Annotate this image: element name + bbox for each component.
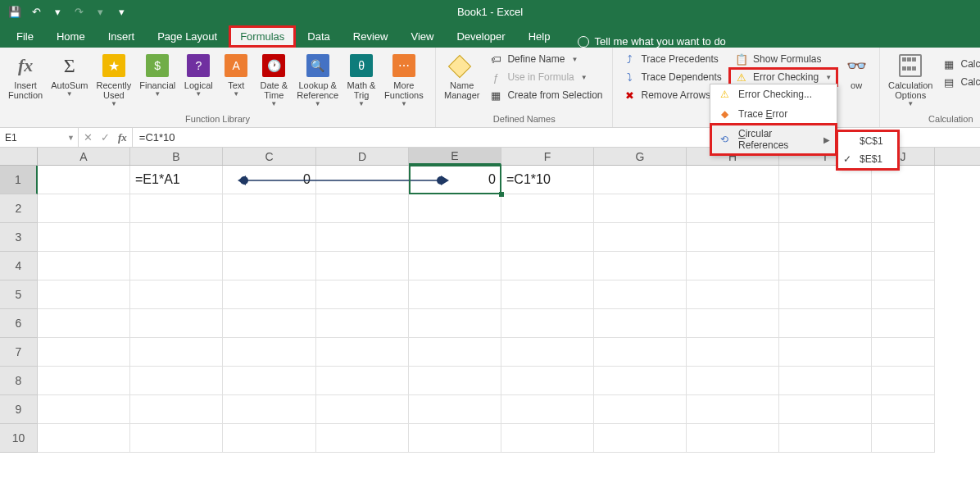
cell[interactable] (687, 424, 779, 453)
cell[interactable] (38, 338, 130, 367)
cell[interactable] (687, 338, 779, 367)
cell[interactable] (38, 223, 130, 252)
cell-a1[interactable] (38, 166, 130, 194)
qat-customize-icon[interactable]: ▾ (111, 2, 131, 21)
cell[interactable] (38, 280, 130, 309)
chevron-down-icon[interactable]: ▼ (67, 134, 75, 142)
cell[interactable] (501, 338, 594, 367)
cell[interactable] (501, 252, 594, 280)
cell[interactable] (409, 395, 501, 424)
cell[interactable] (223, 338, 316, 367)
col-header-g[interactable]: G (594, 148, 687, 165)
enter-icon[interactable]: ✓ (101, 131, 110, 144)
menu-error-checking[interactable]: ⚠ Error Checking... (710, 84, 837, 104)
cell[interactable] (316, 252, 409, 280)
cell[interactable] (594, 280, 687, 309)
cell[interactable] (223, 280, 316, 309)
save-icon[interactable]: 💾 (5, 2, 25, 21)
cell[interactable] (409, 424, 501, 453)
tab-developer[interactable]: Developer (445, 25, 516, 48)
cell[interactable] (872, 252, 935, 280)
cell-g1[interactable] (594, 166, 687, 194)
cell[interactable] (501, 395, 594, 424)
cell[interactable] (223, 309, 316, 338)
cell-h1[interactable] (687, 166, 779, 194)
cell[interactable] (687, 252, 779, 280)
row-header-1[interactable]: 1 (0, 166, 38, 194)
cell[interactable] (872, 280, 935, 309)
recently-used-button[interactable]: ★ Recently Used ▼ (93, 51, 134, 109)
cell[interactable] (316, 338, 409, 367)
col-header-e[interactable]: E (409, 148, 501, 165)
tab-formulas[interactable]: Formulas (229, 25, 296, 48)
cell[interactable] (130, 280, 223, 309)
cell[interactable] (316, 280, 409, 309)
logical-button[interactable]: ? Logical ▼ (180, 51, 216, 99)
col-header-a[interactable]: A (38, 148, 130, 165)
cell[interactable] (409, 223, 501, 252)
row-header-9[interactable]: 9 (0, 395, 38, 424)
cell[interactable] (130, 194, 223, 223)
define-name-button[interactable]: 🏷 Define Name ▼ (484, 51, 607, 67)
cell[interactable] (130, 338, 223, 367)
cell[interactable] (687, 280, 779, 309)
cell[interactable] (501, 367, 594, 395)
tab-data[interactable]: Data (296, 25, 341, 48)
cell-d1[interactable] (316, 166, 409, 194)
col-header-b[interactable]: B (130, 148, 223, 165)
cell[interactable] (594, 367, 687, 395)
cell[interactable] (501, 223, 594, 252)
tab-page-layout[interactable]: Page Layout (146, 25, 229, 48)
cell[interactable] (779, 395, 872, 424)
row-header-4[interactable]: 4 (0, 252, 38, 280)
cell[interactable] (872, 338, 935, 367)
tab-home[interactable]: Home (45, 25, 97, 48)
cell[interactable] (501, 309, 594, 338)
cell[interactable] (38, 252, 130, 280)
cell[interactable] (872, 367, 935, 395)
fill-handle[interactable] (499, 192, 504, 197)
cell[interactable] (409, 338, 501, 367)
select-all-corner[interactable] (0, 148, 38, 165)
row-header-6[interactable]: 6 (0, 309, 38, 338)
name-box[interactable]: E1 ▼ (0, 128, 79, 147)
row-header-2[interactable]: 2 (0, 194, 38, 223)
cell[interactable] (501, 424, 594, 453)
cell[interactable] (872, 424, 935, 453)
cell[interactable] (38, 395, 130, 424)
cell[interactable] (779, 338, 872, 367)
cell[interactable] (223, 424, 316, 453)
menu-trace-error[interactable]: ◆ Trace Error (710, 104, 837, 124)
cell[interactable] (409, 252, 501, 280)
col-header-d[interactable]: D (316, 148, 409, 165)
cell[interactable] (779, 252, 872, 280)
math-trig-button[interactable]: θ Math & Trig ▼ (343, 51, 379, 109)
cell[interactable] (38, 309, 130, 338)
cell[interactable] (316, 309, 409, 338)
cell[interactable] (316, 424, 409, 453)
show-formulas-button[interactable]: 📋 Show Formulas (730, 51, 837, 67)
tab-insert[interactable]: Insert (97, 25, 147, 48)
autosum-button[interactable]: Σ AutoSum ▼ (48, 51, 91, 99)
cell[interactable] (687, 194, 779, 223)
cell-b1[interactable]: =E1*A1 (130, 166, 223, 194)
cell[interactable] (501, 280, 594, 309)
cell[interactable] (316, 395, 409, 424)
cell[interactable] (223, 252, 316, 280)
cell[interactable] (779, 280, 872, 309)
cell-i1[interactable] (779, 166, 872, 194)
cell[interactable] (594, 194, 687, 223)
fx-icon[interactable]: fx (118, 131, 127, 144)
more-functions-button[interactable]: ⋯ More Functions ▼ (381, 51, 427, 109)
tab-review[interactable]: Review (342, 25, 400, 48)
cell-f1[interactable]: =C1*10 (501, 166, 594, 194)
menu-circular-references[interactable]: ⟲ Circular References ▶ (710, 124, 837, 155)
cell[interactable] (409, 309, 501, 338)
trace-dependents-button[interactable]: ⤵ Trace Dependents (618, 69, 728, 85)
cell[interactable] (779, 223, 872, 252)
cell[interactable] (223, 223, 316, 252)
text-button[interactable]: A Text ▼ (218, 51, 254, 99)
cell-c1[interactable]: 0 (223, 166, 316, 194)
trace-precedents-button[interactable]: ⤴ Trace Precedents (618, 51, 728, 67)
watch-window-button[interactable]: 👓 ow (838, 51, 874, 92)
